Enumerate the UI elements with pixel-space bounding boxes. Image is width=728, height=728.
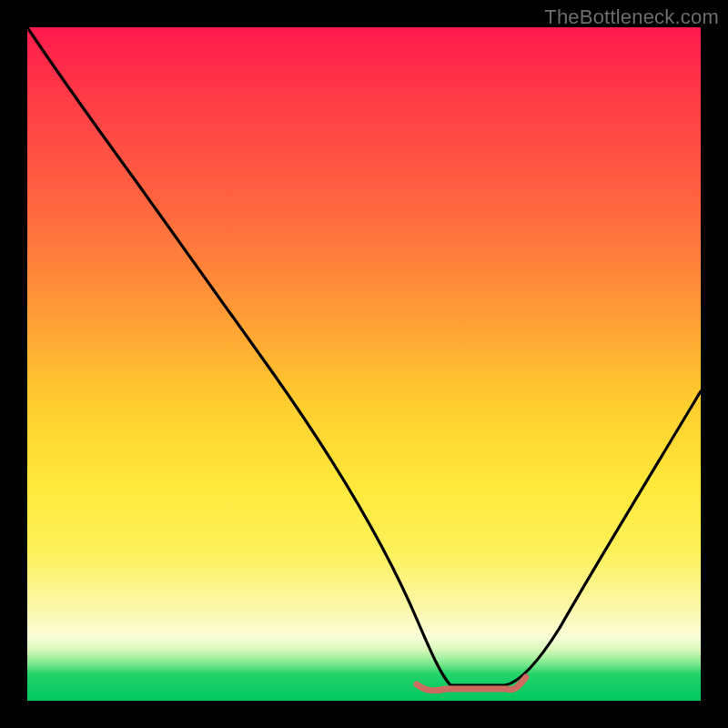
chart-frame: TheBottleneck.com — [0, 0, 728, 728]
bottleneck-curve — [27, 27, 701, 685]
curve-layer — [27, 27, 701, 701]
watermark-text: TheBottleneck.com — [544, 5, 719, 29]
plot-area — [27, 27, 701, 701]
